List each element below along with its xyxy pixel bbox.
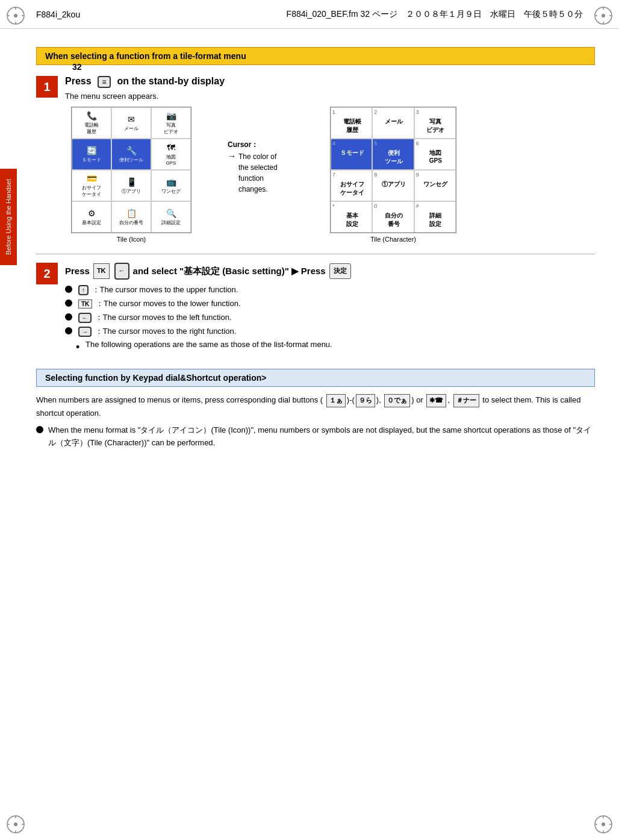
tile-char-row1: 1 電話帳履歴 2 メール 3 写真ビデオ [331, 107, 456, 139]
bullet-down-icon: TK ：The cursor moves to the lower functi… [77, 298, 241, 309]
step2-ketei-button[interactable]: 決定 [329, 263, 351, 279]
menu-icon-button[interactable]: ≡ [98, 76, 110, 88]
side-tab: Before Using the Handset [0, 169, 17, 265]
tile-char-cell-1: 1 電話帳履歴 [331, 107, 372, 139]
benri-icon: 🔧 [126, 146, 137, 155]
tile-cell-benri: 🔧 便利ツール [111, 139, 151, 170]
tile-cell-appli: 📱 ①アプリ [111, 170, 151, 201]
step1-number: 1 [36, 76, 58, 98]
section2-bullet1-text: When the menu format is "タイル（アイコン）(Tile … [48, 424, 595, 450]
step2-press2: Press [301, 263, 326, 279]
benri-label: 便利ツール [119, 157, 143, 163]
header-file-info: F884i_020_BEF.fm 32 ページ ２００８年１月９日 水曜日 午後… [287, 9, 583, 20]
bullet-up: ↑ ：The cursor moves to the upper functio… [65, 284, 595, 295]
section2-bullet-list: When the menu format is "タイル（アイコン）(Tile … [36, 424, 595, 450]
corner-decoration-br [593, 813, 614, 835]
tile-icon-row4: ⚙ 基本設定 📋 自分の番号 🔍 詳細設定 [72, 201, 191, 233]
step2-bullet-list: ↑ ：The cursor moves to the upper functio… [65, 284, 595, 353]
bullet-down: TK ：The cursor moves to the lower functi… [65, 298, 595, 309]
corner-decoration-bl [5, 813, 26, 835]
cursor-desc-container: → The color ofthe selectedfunctionchange… [228, 151, 278, 195]
bullet-icon-down [65, 299, 72, 307]
header-bar: F884i_2kou F884i_020_BEF.fm 32 ページ ２００８年… [0, 0, 619, 29]
section1-header: When selecting a function from a tile-fo… [36, 47, 595, 65]
tile-icon-menu: 📞 電話帳履歴 ✉ メール 📷 写真ビデオ [71, 107, 191, 233]
bullet-right-icon: → ：The cursor moves to the right functio… [77, 326, 236, 337]
step2-icon2[interactable]: ← [114, 263, 129, 280]
tile-char-menu-container: 1 電話帳履歴 2 メール 3 写真ビデオ [330, 107, 456, 243]
bullet-icon-up [65, 286, 72, 293]
tile-cell-osaifu: 💳 おサイフケータイ [72, 170, 111, 201]
dial-hash: ＃ナー [453, 394, 479, 407]
cursor-desc: The color ofthe selectedfunctionchanges. [238, 151, 278, 195]
bullet-icon-left [65, 313, 72, 321]
step2-and-select: and select "基本設定 (Basic setting)" [133, 263, 289, 279]
tile-cell-detail: 🔍 詳細設定 [151, 201, 191, 233]
tile-char-cell-4: 4 Ｓモード [331, 139, 372, 170]
denwachou-icon: 📞 [87, 111, 97, 121]
1seg-icon: 📺 [166, 177, 176, 187]
cursor-arrow-icon: → [228, 151, 236, 161]
smode-label: Ｓモード [82, 157, 101, 163]
step-divider-1 [36, 254, 595, 254]
svg-point-13 [14, 823, 17, 826]
basic-icon: ⚙ [88, 208, 96, 218]
menu-screenshots-area: 📞 電話帳履歴 ✉ メール 📷 写真ビデオ [71, 107, 595, 243]
tile-char-cell-3: 3 写真ビデオ [414, 107, 456, 139]
tile-char-row4: * 基本設定 0 自分の番号 # 詳細設定 [331, 201, 456, 233]
tile-char-cell-7: 7 おサイフケータイ [331, 170, 372, 201]
tile-cell-map: 🗺 地図GPS [151, 139, 191, 170]
detail-icon: 🔍 [166, 208, 176, 218]
dial-0: ０でぁ [384, 394, 410, 407]
step1-desc: The menu screen appears. [65, 92, 595, 101]
tile-cell-photo: 📷 写真ビデオ [151, 107, 191, 139]
tile-char-cell-5: 5 便利ツール [372, 139, 414, 170]
tile-cell-mynum: 📋 自分の番号 [111, 201, 151, 233]
step2-container: 2 Press TK ← and select "基本設定 (Basic set… [36, 263, 595, 356]
dial-9: ９ら [356, 394, 375, 407]
tile-icon-row2: 🔄 Ｓモード 🔧 便利ツール 🗺 地図GPS [72, 139, 191, 170]
bullet-up-icon: ↑ ：The cursor moves to the upper functio… [77, 284, 238, 295]
section2-bullet1: When the menu format is "タイル（アイコン）(Tile … [36, 424, 595, 450]
detail-label: 詳細設定 [161, 219, 181, 226]
denwachou-label: 電話帳履歴 [84, 122, 99, 135]
bullet-note: • The following operations are the same … [76, 340, 595, 353]
dial-star: ✱☎ [426, 394, 446, 407]
step2-icon1[interactable]: TK [93, 263, 110, 279]
mail-icon: ✉ [128, 114, 135, 124]
tile-icon-menu-container: 📞 電話帳履歴 ✉ メール 📷 写真ビデオ [71, 107, 191, 243]
tile-char-menu: 1 電話帳履歴 2 メール 3 写真ビデオ [330, 107, 456, 233]
mynum-icon: 📋 [126, 208, 137, 218]
map-icon: 🗺 [167, 143, 175, 152]
tile-char-row3: 7 おサイフケータイ 8 ①アプリ 9 ワンセグ [331, 170, 456, 201]
bullet-right: → ：The cursor moves to the right functio… [65, 326, 595, 337]
section2-header: Selecting function by Keypad dial&Shortc… [36, 369, 595, 387]
step2-number: 2 [36, 263, 58, 284]
step2-press-label: Press [65, 263, 90, 279]
svg-point-19 [602, 823, 605, 826]
tile-char-row2: 4 Ｓモード 5 便利ツール 6 地図GPS [331, 139, 456, 170]
step1-title-suffix: on the stand-by display [117, 76, 225, 86]
tile-char-cell-8: 8 ①アプリ [372, 170, 414, 201]
tile-cell-1seg: 📺 ワンセグ [151, 170, 191, 201]
step1-container: 1 Press ≡ on the stand-by display The me… [36, 76, 595, 243]
basic-label: 基本設定 [82, 219, 101, 226]
mail-label: メール [124, 125, 138, 132]
osaifu-icon: 💳 [87, 174, 97, 183]
appli-icon: 📱 [126, 177, 137, 187]
tile-char-label: Tile (Character) [330, 236, 456, 243]
tile-cell-denwachou: 📞 電話帳履歴 [72, 107, 111, 139]
bullet-note-text: The following operations are the same as… [86, 340, 332, 349]
cursor-annotation: Cursor： → The color ofthe selectedfuncti… [228, 140, 294, 195]
step2-arrow: ▶ [291, 263, 299, 279]
cursor-label: Cursor： [228, 140, 258, 150]
tile-char-cell-6: 6 地図GPS [414, 139, 456, 170]
step2-content: Press TK ← and select "基本設定 (Basic setti… [65, 263, 595, 356]
1seg-label: ワンセグ [161, 188, 181, 195]
tile-cell-mail: ✉ メール [111, 107, 151, 139]
photo-label: 写真ビデオ [164, 122, 178, 135]
bullet-icon-right [65, 327, 72, 334]
bullet-left-icon: ← ：The cursor moves to the left function… [77, 312, 232, 323]
map-label: 地図GPS [166, 154, 176, 166]
photo-icon: 📷 [166, 111, 176, 121]
